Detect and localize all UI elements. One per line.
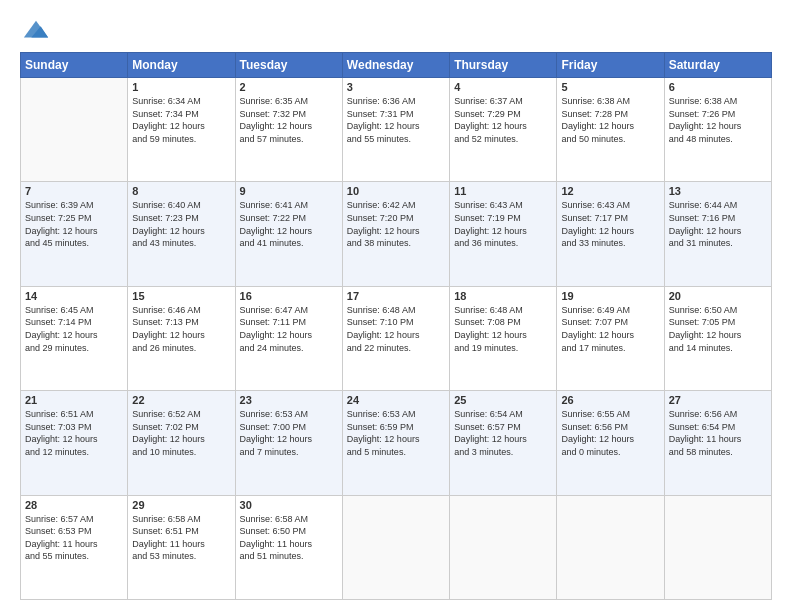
day-info: Sunrise: 6:47 AMSunset: 7:11 PMDaylight:…	[240, 304, 338, 354]
day-number: 20	[669, 290, 767, 302]
week-row-1: 1Sunrise: 6:34 AMSunset: 7:34 PMDaylight…	[21, 78, 772, 182]
calendar-cell: 15Sunrise: 6:46 AMSunset: 7:13 PMDayligh…	[128, 286, 235, 390]
day-info: Sunrise: 6:50 AMSunset: 7:05 PMDaylight:…	[669, 304, 767, 354]
day-number: 29	[132, 499, 230, 511]
day-info: Sunrise: 6:37 AMSunset: 7:29 PMDaylight:…	[454, 95, 552, 145]
calendar-cell: 8Sunrise: 6:40 AMSunset: 7:23 PMDaylight…	[128, 182, 235, 286]
calendar-cell: 21Sunrise: 6:51 AMSunset: 7:03 PMDayligh…	[21, 391, 128, 495]
calendar-cell: 25Sunrise: 6:54 AMSunset: 6:57 PMDayligh…	[450, 391, 557, 495]
day-info: Sunrise: 6:48 AMSunset: 7:10 PMDaylight:…	[347, 304, 445, 354]
day-number: 19	[561, 290, 659, 302]
day-info: Sunrise: 6:48 AMSunset: 7:08 PMDaylight:…	[454, 304, 552, 354]
logo-icon	[22, 16, 50, 44]
calendar-cell: 24Sunrise: 6:53 AMSunset: 6:59 PMDayligh…	[342, 391, 449, 495]
day-number: 11	[454, 185, 552, 197]
calendar-cell: 7Sunrise: 6:39 AMSunset: 7:25 PMDaylight…	[21, 182, 128, 286]
day-info: Sunrise: 6:54 AMSunset: 6:57 PMDaylight:…	[454, 408, 552, 458]
calendar-cell: 22Sunrise: 6:52 AMSunset: 7:02 PMDayligh…	[128, 391, 235, 495]
weekday-thursday: Thursday	[450, 53, 557, 78]
day-number: 30	[240, 499, 338, 511]
day-info: Sunrise: 6:56 AMSunset: 6:54 PMDaylight:…	[669, 408, 767, 458]
day-info: Sunrise: 6:42 AMSunset: 7:20 PMDaylight:…	[347, 199, 445, 249]
calendar-cell: 12Sunrise: 6:43 AMSunset: 7:17 PMDayligh…	[557, 182, 664, 286]
day-number: 1	[132, 81, 230, 93]
week-row-5: 28Sunrise: 6:57 AMSunset: 6:53 PMDayligh…	[21, 495, 772, 599]
day-info: Sunrise: 6:41 AMSunset: 7:22 PMDaylight:…	[240, 199, 338, 249]
day-info: Sunrise: 6:49 AMSunset: 7:07 PMDaylight:…	[561, 304, 659, 354]
calendar-cell: 28Sunrise: 6:57 AMSunset: 6:53 PMDayligh…	[21, 495, 128, 599]
day-number: 2	[240, 81, 338, 93]
day-info: Sunrise: 6:34 AMSunset: 7:34 PMDaylight:…	[132, 95, 230, 145]
day-number: 25	[454, 394, 552, 406]
calendar-cell: 29Sunrise: 6:58 AMSunset: 6:51 PMDayligh…	[128, 495, 235, 599]
day-number: 22	[132, 394, 230, 406]
calendar-cell: 26Sunrise: 6:55 AMSunset: 6:56 PMDayligh…	[557, 391, 664, 495]
calendar-cell: 19Sunrise: 6:49 AMSunset: 7:07 PMDayligh…	[557, 286, 664, 390]
day-number: 7	[25, 185, 123, 197]
calendar-cell: 2Sunrise: 6:35 AMSunset: 7:32 PMDaylight…	[235, 78, 342, 182]
calendar-cell: 16Sunrise: 6:47 AMSunset: 7:11 PMDayligh…	[235, 286, 342, 390]
day-info: Sunrise: 6:40 AMSunset: 7:23 PMDaylight:…	[132, 199, 230, 249]
day-info: Sunrise: 6:53 AMSunset: 6:59 PMDaylight:…	[347, 408, 445, 458]
day-info: Sunrise: 6:43 AMSunset: 7:19 PMDaylight:…	[454, 199, 552, 249]
day-info: Sunrise: 6:53 AMSunset: 7:00 PMDaylight:…	[240, 408, 338, 458]
day-info: Sunrise: 6:38 AMSunset: 7:28 PMDaylight:…	[561, 95, 659, 145]
weekday-friday: Friday	[557, 53, 664, 78]
weekday-saturday: Saturday	[664, 53, 771, 78]
day-number: 21	[25, 394, 123, 406]
calendar-cell: 13Sunrise: 6:44 AMSunset: 7:16 PMDayligh…	[664, 182, 771, 286]
week-row-3: 14Sunrise: 6:45 AMSunset: 7:14 PMDayligh…	[21, 286, 772, 390]
week-row-4: 21Sunrise: 6:51 AMSunset: 7:03 PMDayligh…	[21, 391, 772, 495]
day-number: 17	[347, 290, 445, 302]
week-row-2: 7Sunrise: 6:39 AMSunset: 7:25 PMDaylight…	[21, 182, 772, 286]
calendar-cell: 30Sunrise: 6:58 AMSunset: 6:50 PMDayligh…	[235, 495, 342, 599]
calendar-cell	[557, 495, 664, 599]
day-info: Sunrise: 6:58 AMSunset: 6:50 PMDaylight:…	[240, 513, 338, 563]
day-info: Sunrise: 6:35 AMSunset: 7:32 PMDaylight:…	[240, 95, 338, 145]
day-number: 16	[240, 290, 338, 302]
calendar-cell: 1Sunrise: 6:34 AMSunset: 7:34 PMDaylight…	[128, 78, 235, 182]
day-number: 9	[240, 185, 338, 197]
calendar-cell	[342, 495, 449, 599]
day-info: Sunrise: 6:39 AMSunset: 7:25 PMDaylight:…	[25, 199, 123, 249]
calendar-cell: 18Sunrise: 6:48 AMSunset: 7:08 PMDayligh…	[450, 286, 557, 390]
weekday-sunday: Sunday	[21, 53, 128, 78]
calendar-cell: 4Sunrise: 6:37 AMSunset: 7:29 PMDaylight…	[450, 78, 557, 182]
day-number: 18	[454, 290, 552, 302]
calendar-cell: 11Sunrise: 6:43 AMSunset: 7:19 PMDayligh…	[450, 182, 557, 286]
logo	[20, 20, 50, 44]
day-number: 13	[669, 185, 767, 197]
calendar-cell	[450, 495, 557, 599]
calendar-cell: 3Sunrise: 6:36 AMSunset: 7:31 PMDaylight…	[342, 78, 449, 182]
calendar-cell: 20Sunrise: 6:50 AMSunset: 7:05 PMDayligh…	[664, 286, 771, 390]
day-number: 27	[669, 394, 767, 406]
calendar-table: SundayMondayTuesdayWednesdayThursdayFrid…	[20, 52, 772, 600]
calendar-cell: 17Sunrise: 6:48 AMSunset: 7:10 PMDayligh…	[342, 286, 449, 390]
day-info: Sunrise: 6:46 AMSunset: 7:13 PMDaylight:…	[132, 304, 230, 354]
calendar-cell	[664, 495, 771, 599]
day-info: Sunrise: 6:55 AMSunset: 6:56 PMDaylight:…	[561, 408, 659, 458]
weekday-tuesday: Tuesday	[235, 53, 342, 78]
page-header	[20, 16, 772, 44]
calendar-cell: 14Sunrise: 6:45 AMSunset: 7:14 PMDayligh…	[21, 286, 128, 390]
day-number: 4	[454, 81, 552, 93]
day-info: Sunrise: 6:38 AMSunset: 7:26 PMDaylight:…	[669, 95, 767, 145]
calendar-cell: 5Sunrise: 6:38 AMSunset: 7:28 PMDaylight…	[557, 78, 664, 182]
day-number: 15	[132, 290, 230, 302]
day-info: Sunrise: 6:45 AMSunset: 7:14 PMDaylight:…	[25, 304, 123, 354]
day-number: 26	[561, 394, 659, 406]
calendar-cell: 10Sunrise: 6:42 AMSunset: 7:20 PMDayligh…	[342, 182, 449, 286]
day-info: Sunrise: 6:43 AMSunset: 7:17 PMDaylight:…	[561, 199, 659, 249]
day-number: 24	[347, 394, 445, 406]
day-info: Sunrise: 6:44 AMSunset: 7:16 PMDaylight:…	[669, 199, 767, 249]
calendar-cell: 27Sunrise: 6:56 AMSunset: 6:54 PMDayligh…	[664, 391, 771, 495]
weekday-header-row: SundayMondayTuesdayWednesdayThursdayFrid…	[21, 53, 772, 78]
day-number: 5	[561, 81, 659, 93]
day-number: 6	[669, 81, 767, 93]
weekday-monday: Monday	[128, 53, 235, 78]
calendar-cell	[21, 78, 128, 182]
calendar-cell: 9Sunrise: 6:41 AMSunset: 7:22 PMDaylight…	[235, 182, 342, 286]
day-number: 28	[25, 499, 123, 511]
day-info: Sunrise: 6:36 AMSunset: 7:31 PMDaylight:…	[347, 95, 445, 145]
day-info: Sunrise: 6:57 AMSunset: 6:53 PMDaylight:…	[25, 513, 123, 563]
